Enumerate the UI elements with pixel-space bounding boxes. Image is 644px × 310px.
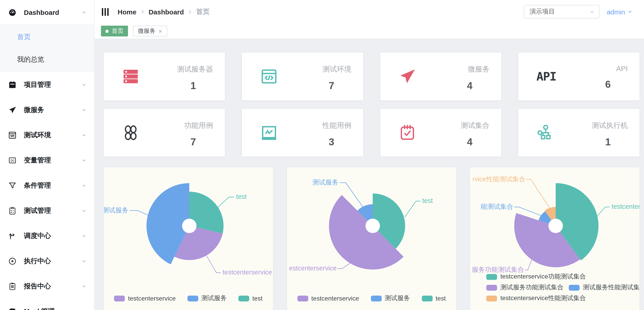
sidebar-item-label: 调度中心 [24, 231, 81, 240]
sidebar-item-label: 测试环境 [24, 131, 81, 139]
stat-label: 功能用例 [184, 121, 213, 131]
chart-legend-row: 测试服务功能测试集合测试服务性能测试集合 [486, 284, 640, 292]
legend-swatch [114, 295, 125, 301]
sidebar-item-6[interactable]: 测试管理 [0, 198, 94, 223]
stat-label: 性能用例 [322, 121, 351, 131]
sidebar-item-label: 项目管理 [24, 80, 81, 89]
legend-item[interactable]: test [422, 295, 446, 302]
project-select[interactable]: 演示项目 [524, 5, 600, 18]
legend-item[interactable]: testcenterservice [114, 295, 176, 302]
legend-label: testcenterservice [312, 295, 359, 302]
legend-item[interactable]: testcenterservice性能测试集合 [486, 294, 586, 302]
sidebar-item-4[interactable]: {x}变量管理 [0, 148, 94, 173]
sidebar-item-2[interactable]: 微服务 [0, 97, 94, 122]
legend-item[interactable]: 测试服务 [188, 294, 227, 302]
stat-card: 测试集合4 [380, 109, 501, 156]
chevron-down-icon [589, 9, 595, 15]
legend-item[interactable]: 测试服务性能测试集合 [569, 284, 640, 292]
stat-value: 1 [190, 80, 196, 92]
sidebar: Dashboard首页我的总览项目管理微服务测试环境{x}变量管理条件管理测试管… [0, 0, 95, 310]
user-menu[interactable]: admin [606, 8, 633, 15]
stat-cards: 测试服务器1测试环境7微服务4APIAPI6功能用例7性能用例3测试集合4测试执… [104, 53, 640, 156]
callout-label: 测试服务 [312, 179, 338, 186]
legend-label: 测试服务 [202, 294, 227, 302]
callout-label: estcenterservice [289, 265, 336, 272]
sidebar-item-1[interactable]: 项目管理 [0, 72, 94, 97]
api-text-icon: API [536, 67, 554, 85]
stat-info: 测试执行机1 [588, 121, 628, 148]
stat-label: 微服务 [468, 65, 490, 74]
main-content: 测试服务器1测试环境7微服务4APIAPI6功能用例7性能用例3测试集合4测试执… [94, 39, 644, 310]
clover-icon [122, 124, 140, 142]
chart-legend-row: testcenterservice功能测试集合 [486, 273, 586, 281]
chevron-up-icon [81, 9, 87, 15]
sidebar-item-10[interactable]: Mock管理 [0, 299, 94, 310]
stat-info: 测试环境7 [312, 65, 351, 92]
legend-item[interactable]: 测试服务功能测试集合 [486, 284, 564, 292]
fold-menu-icon[interactable] [101, 7, 110, 16]
view-tab-label: 首页 [112, 27, 124, 35]
chevron-down-icon [81, 309, 87, 310]
legend-label: testcenterservice性能测试集合 [500, 294, 586, 302]
stat-card: 测试服务器1 [104, 53, 225, 100]
stat-value: 6 [605, 79, 611, 90]
legend-label: test [436, 295, 446, 302]
sidebar-item-label: 测试管理 [24, 206, 81, 215]
view-tab[interactable]: 微服务× [133, 26, 167, 36]
breadcrumb-dashboard[interactable]: Dashboard [148, 8, 184, 15]
callout-label: rvice性能测试集合 [472, 175, 526, 183]
sidebar-subitem[interactable]: 首页 [0, 26, 94, 48]
sidebar-item-3[interactable]: 测试环境 [0, 122, 94, 148]
sidebar-item-label: 条件管理 [24, 181, 81, 190]
chevron-down-icon [627, 9, 633, 14]
legend-item[interactable]: testcenterservice [298, 295, 359, 302]
chevron-down-icon [81, 233, 87, 239]
sidebar-item-dashboard[interactable]: Dashboard [0, 0, 94, 24]
stat-value: 4 [467, 136, 472, 148]
callout-line [525, 260, 532, 270]
stat-value: 7 [329, 80, 334, 92]
legend-swatch [486, 285, 497, 291]
chevron-down-icon [81, 107, 87, 113]
view-tab[interactable]: 首页 [101, 26, 128, 36]
callout-label: test [236, 193, 247, 200]
chevron-down-icon [81, 157, 87, 163]
api-text-icon: API [536, 67, 554, 85]
stat-label: 测试服务器 [177, 65, 213, 74]
legend-item[interactable]: test [238, 295, 262, 302]
stat-info: 微服务4 [450, 65, 490, 92]
legend-item[interactable]: testcenterservice功能测试集合 [486, 273, 586, 281]
report-clipboard-icon [8, 282, 17, 291]
sidebar-subitem[interactable]: 我的总览 [0, 48, 94, 71]
clipboard-check-icon [8, 206, 17, 215]
mock-box-icon [8, 307, 17, 310]
chevron-right-icon [186, 8, 193, 15]
breadcrumb-home[interactable]: Home [118, 8, 136, 15]
donut-hole [182, 219, 196, 233]
view-tab-label: 微服务 [138, 27, 156, 35]
stat-info: 测试集合4 [450, 121, 490, 148]
chevron-down-icon [81, 132, 87, 138]
callout-line [130, 211, 150, 216]
chevron-down-icon [81, 182, 87, 188]
sidebar-item-label: 报告中心 [24, 282, 81, 291]
legend-item[interactable]: 测试服务 [371, 294, 410, 302]
stat-label: 测试执行机 [592, 121, 628, 131]
sidebar-item-9[interactable]: 报告中心 [0, 274, 94, 299]
rose-pie-chart: testtestcenterservice测试服务 [104, 167, 273, 310]
donut-hole [365, 219, 380, 233]
close-icon[interactable]: × [159, 28, 162, 34]
sidebar-item-8[interactable]: 执行中心 [0, 248, 94, 274]
chevron-down-icon [81, 258, 87, 264]
svg-text:{x}: {x} [10, 158, 14, 162]
sidebar-item-label: Mock管理 [24, 307, 81, 310]
sidebar-item-label: 执行中心 [24, 257, 81, 265]
legend-swatch [569, 285, 580, 291]
sidebar-item-5[interactable]: 条件管理 [0, 173, 94, 198]
stat-label: API [616, 65, 628, 73]
stat-info: 性能用例3 [312, 121, 351, 148]
stat-value: 4 [467, 80, 472, 92]
stat-label: 测试集合 [461, 121, 490, 131]
breadcrumb-current: 首页 [196, 7, 210, 16]
sidebar-item-7[interactable]: 调度中心 [0, 223, 94, 248]
